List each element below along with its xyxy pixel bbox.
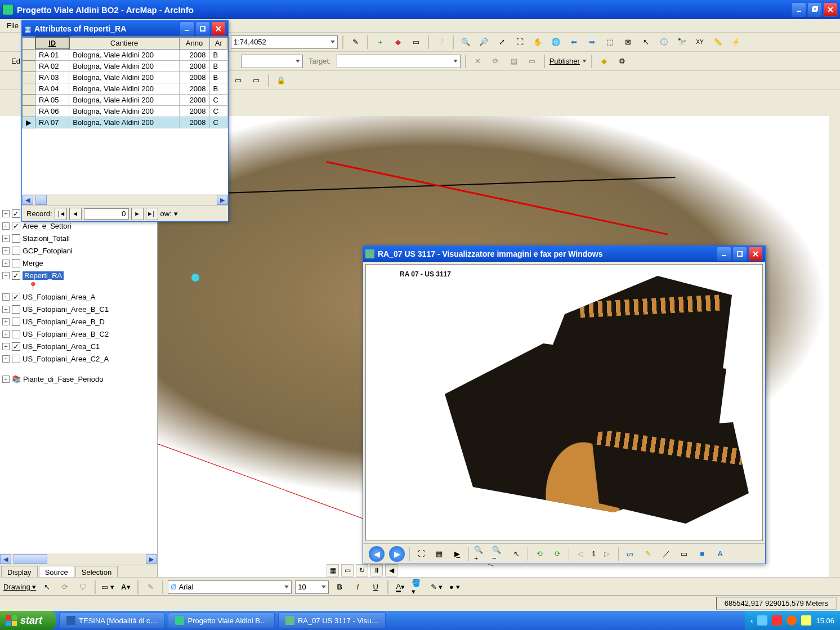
layer-item[interactable]: +US_Fotopiani_Area_B_C2 xyxy=(2,328,155,340)
next-page-icon[interactable]: ▷ xyxy=(600,547,614,561)
identify-icon[interactable]: ⓘ xyxy=(656,35,671,50)
expander-icon[interactable]: + xyxy=(2,330,10,338)
layer-checkbox[interactable] xyxy=(12,271,20,280)
table-row[interactable]: RA 02Bologna, Viale Aldini 2002008B xyxy=(23,61,228,72)
zoom-in-icon[interactable]: 🔍+ xyxy=(473,547,487,561)
lock-icon[interactable]: 🔒 xyxy=(274,73,288,88)
start-button[interactable]: start xyxy=(0,611,56,630)
layer-item[interactable]: −Reperti_RA xyxy=(2,269,155,282)
column-header[interactable]: Ar xyxy=(209,37,227,49)
layer-checkbox[interactable] xyxy=(12,209,20,218)
map-scale-combo[interactable]: 1:74,4052 xyxy=(231,35,338,49)
refresh-view-icon[interactable]: ↻ xyxy=(356,564,368,577)
expander-icon[interactable]: + xyxy=(2,210,10,217)
clear-selection-icon[interactable]: ⊠ xyxy=(620,35,635,50)
next-image-button[interactable]: ▶ xyxy=(389,546,405,562)
expander-icon[interactable]: + xyxy=(2,235,10,242)
layer-checkbox[interactable] xyxy=(12,342,20,351)
marker-color-button[interactable]: ● ▾ xyxy=(447,580,462,595)
scroll-thumb[interactable] xyxy=(14,554,47,564)
rotate-icon[interactable]: ⟳ xyxy=(57,580,72,595)
rotate-tool-icon[interactable]: ⟳ xyxy=(489,54,503,69)
arcscene-icon[interactable]: ◆ xyxy=(391,35,405,50)
layer-checkbox[interactable] xyxy=(12,222,20,230)
annotate-solid-rect-icon[interactable]: ■ xyxy=(695,547,709,561)
iv-minimize-button[interactable] xyxy=(717,247,731,261)
toc-tab-source[interactable]: Source xyxy=(39,566,74,578)
row-selector[interactable] xyxy=(23,72,35,83)
minimize-button[interactable] xyxy=(792,2,806,17)
zoom-out-icon[interactable]: 🔎 xyxy=(476,35,491,50)
zoom-out-icon[interactable]: 🔍− xyxy=(492,547,505,561)
toc-tab-selection[interactable]: Selection xyxy=(75,566,118,578)
column-header[interactable]: Cantiere xyxy=(69,37,179,49)
full-extent-icon[interactable]: ⛶ xyxy=(512,35,527,50)
font-size-combo[interactable]: 10 xyxy=(295,580,329,594)
iv-close-button[interactable] xyxy=(748,247,763,261)
annotate-text-icon[interactable]: A xyxy=(713,547,727,561)
goto-xy-icon[interactable]: XY xyxy=(692,35,707,50)
globe-icon[interactable]: 🌐 xyxy=(548,35,563,50)
attributes-icon[interactable]: ▤ xyxy=(507,54,521,69)
row-selector[interactable] xyxy=(23,49,35,61)
drawing-menu[interactable]: Drawing ▾ xyxy=(3,583,36,591)
expander-icon[interactable]: − xyxy=(2,272,10,279)
attr-minimize-button[interactable] xyxy=(180,21,194,36)
slideshow-icon[interactable]: ▶̲ xyxy=(450,547,464,561)
zoom-to-selected-icon[interactable]: 🗩 xyxy=(75,580,90,595)
table-row[interactable]: RA 05Bologna, Viale Aldini 2002008C xyxy=(23,95,228,106)
layer-checkbox[interactable] xyxy=(12,355,20,363)
image-canvas[interactable]: RA 07 - US 3117 xyxy=(365,264,763,541)
expander-icon[interactable]: + xyxy=(2,306,10,313)
rectangle-tool-icon[interactable]: ▭ ▾ xyxy=(100,580,115,595)
italic-button[interactable]: I xyxy=(350,580,365,595)
hyperlink-icon[interactable]: ⚡ xyxy=(729,35,743,50)
attribute-table-window[interactable]: ▦ Attributes of Reperti_RA IDCantiereAnn… xyxy=(21,20,229,222)
restore-button[interactable] xyxy=(807,2,822,17)
scroll-left-icon[interactable]: ◀ xyxy=(0,554,11,564)
bold-button[interactable]: B xyxy=(332,580,347,595)
table-row[interactable]: RA 06Bologna, Viale Aldini 2002008C xyxy=(23,106,228,117)
map-point-marker[interactable] xyxy=(191,274,199,282)
row-selector[interactable] xyxy=(23,83,35,95)
expander-icon[interactable]: + xyxy=(2,260,10,267)
group-layer-item[interactable]: +📚Piante_di_Fase_Periodo xyxy=(2,373,155,385)
find-icon[interactable]: 🔭 xyxy=(674,35,689,50)
layer-item[interactable]: +US_Fotopiani_Aree_B_C1 xyxy=(2,303,155,315)
layer-checkbox[interactable] xyxy=(12,305,20,314)
prev-view-icon[interactable]: ◀ xyxy=(385,564,397,577)
prev-image-button[interactable]: ◀ xyxy=(369,546,385,562)
menu-edit-truncated[interactable]: Ed xyxy=(11,57,20,65)
frame2-icon[interactable]: ▭ xyxy=(249,73,263,88)
first-record-button[interactable]: |◀ xyxy=(55,208,67,220)
back-extent-icon[interactable]: ⬅ xyxy=(566,35,581,50)
sketch-tool-icon[interactable]: ✕ xyxy=(471,54,485,69)
font-color-button[interactable]: A ▾ xyxy=(393,580,408,595)
frame1-icon[interactable]: ▭ xyxy=(231,73,245,88)
layer-item[interactable]: +GCP_Fotopiani xyxy=(2,244,155,257)
underline-button[interactable]: U xyxy=(368,580,383,595)
table-row[interactable]: RA 01Bologna, Viale Aldini 2002008B xyxy=(23,49,228,61)
sketch-properties-icon[interactable]: ▭ xyxy=(525,54,539,69)
next-record-button[interactable]: ▶ xyxy=(131,208,144,220)
publisher-menu[interactable]: Publisher xyxy=(549,57,587,65)
annotate-freehand-icon[interactable]: ᔕ xyxy=(623,547,637,561)
layer-checkbox[interactable] xyxy=(12,234,20,243)
best-fit-icon[interactable]: ⛶ xyxy=(414,547,428,561)
editor-toolbar-icon[interactable]: ✎ xyxy=(348,35,363,50)
attribute-table-titlebar[interactable]: ▦ Attributes of Reperti_RA xyxy=(22,21,228,37)
table-row[interactable]: RA 03Bologna, Viale Aldini 2002008B xyxy=(23,72,228,83)
row-selector[interactable] xyxy=(23,61,35,72)
rotate-ccw-icon[interactable]: ⟲ xyxy=(533,547,546,561)
pan-icon[interactable]: ✋ xyxy=(530,35,545,50)
attribute-grid[interactable]: IDCantiereAnnoArRA 01Bologna, Viale Aldi… xyxy=(22,37,228,194)
table-row[interactable]: ▶RA 07Bologna, Viale Aldini 2002008C xyxy=(23,117,228,128)
msn-icon[interactable] xyxy=(757,615,767,625)
edit-vertices-icon[interactable]: ✎ xyxy=(143,580,158,595)
font-name-combo[interactable]: Ø Arial xyxy=(168,580,292,594)
measure-icon[interactable]: 📏 xyxy=(711,35,725,50)
taskbar-item-tesina[interactable]: TESINA [Modalità di c… xyxy=(59,613,164,628)
iv-maximize-button[interactable] xyxy=(732,247,747,261)
add-data-icon[interactable]: ＋ xyxy=(373,35,387,50)
layer-checkbox[interactable] xyxy=(12,247,20,255)
